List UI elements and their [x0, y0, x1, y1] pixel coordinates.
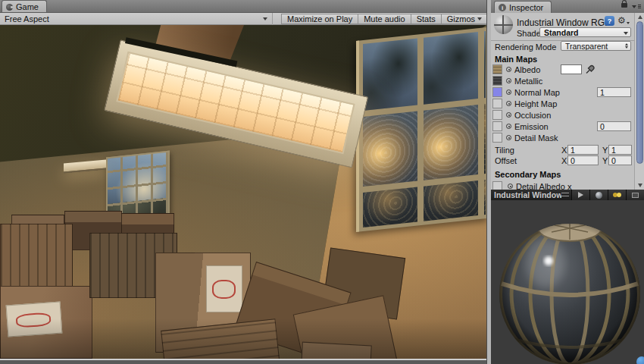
- preview-title: Industrial Window RG: [491, 190, 561, 199]
- metallic-label: Metallic: [514, 77, 542, 86]
- gizmos-button[interactable]: Gizmos: [441, 14, 488, 24]
- tiling-x-field[interactable]: 1: [567, 145, 599, 155]
- offset-y-field[interactable]: 0: [608, 155, 632, 165]
- albedo-label: Albedo: [514, 65, 540, 74]
- material-inspector: Industrial Window RGB Shader Standard Re…: [491, 13, 634, 190]
- texture-picker-icon[interactable]: [506, 78, 511, 83]
- preview-light-toggle[interactable]: [608, 190, 626, 200]
- normal-map-texture-thumb[interactable]: [492, 87, 502, 97]
- scene-crate: [0, 224, 73, 287]
- rendering-mode-label: Rendering Mode: [495, 42, 556, 52]
- height-map-texture-thumb[interactable]: [492, 99, 502, 108]
- detail-albedo-label: Detail Albedo x: [516, 182, 571, 190]
- texture-picker-icon[interactable]: [506, 135, 511, 140]
- inspector-tabstrip: Inspector: [491, 0, 644, 13]
- game-tab-label: Game: [16, 2, 39, 11]
- preview-resize-handle[interactable]: [561, 193, 569, 197]
- inspector-scrollbar[interactable]: [634, 13, 644, 190]
- detail-mask-texture-thumb[interactable]: [492, 133, 502, 143]
- popup-arrows-icon: [625, 43, 628, 49]
- stats-button[interactable]: Stats: [411, 14, 441, 24]
- tiling-row: Tiling X 1 Y 1: [491, 145, 634, 155]
- offset-row: Offset X 0 Y 0: [491, 155, 634, 166]
- normal-map-value-field[interactable]: 1: [597, 87, 631, 97]
- game-toolbar: Free Aspect Maximize on Play Mute audio …: [0, 13, 491, 25]
- texture-picker-icon[interactable]: [508, 184, 513, 189]
- scroll-up-button[interactable]: [635, 13, 644, 21]
- aspect-dropdown[interactable]: Free Aspect: [0, 13, 273, 25]
- material-name: Industrial Window RGB: [517, 17, 611, 28]
- game-view-icon: [6, 4, 13, 11]
- window-icon: [632, 193, 639, 198]
- emission-texture-thumb[interactable]: [492, 121, 502, 131]
- inspector-icon: [499, 4, 506, 11]
- offset-x-label: X: [561, 156, 567, 165]
- game-tabstrip: Game: [0, 0, 486, 13]
- material-preview-bar[interactable]: Industrial Window RG: [491, 190, 644, 200]
- gear-icon[interactable]: [617, 15, 626, 26]
- scene-right-window: [356, 27, 486, 232]
- aspect-dropdown-label: Free Aspect: [5, 14, 49, 24]
- tiling-y-label: Y: [602, 146, 608, 155]
- texture-picker-icon[interactable]: [506, 112, 511, 118]
- inspector-tab-label: Inspector: [509, 3, 543, 12]
- tab-inspector[interactable]: Inspector: [494, 1, 552, 13]
- shader-dropdown[interactable]: Standard: [539, 27, 631, 37]
- material-sphere-icon: [494, 15, 513, 34]
- tab-game[interactable]: Game: [2, 0, 47, 12]
- offset-y-label: Y: [602, 156, 608, 165]
- panel-menu-icon[interactable]: [632, 4, 641, 9]
- play-icon: [578, 192, 583, 198]
- mute-audio-button[interactable]: Mute audio: [358, 14, 410, 24]
- chevron-down-icon: [624, 32, 628, 35]
- emission-label: Emission: [514, 122, 549, 131]
- map-row-detail-albedo: Detail Albedo x: [491, 181, 634, 190]
- secondary-maps-header: Secondary Maps: [495, 170, 561, 179]
- map-row-emission: Emission 0: [491, 121, 634, 132]
- map-row-normal: Normal Map 1: [491, 87, 634, 98]
- light-dots-icon: [613, 192, 622, 198]
- map-row-height: Height Map: [491, 99, 634, 109]
- texture-picker-icon[interactable]: [506, 67, 511, 72]
- height-map-label: Height Map: [514, 99, 557, 108]
- detail-albedo-texture-thumb[interactable]: [492, 181, 502, 190]
- tiling-x-label: X: [561, 146, 567, 155]
- metallic-texture-thumb[interactable]: [492, 76, 502, 86]
- rendering-mode-dropdown[interactable]: Transparent: [561, 41, 631, 51]
- scene-box: [301, 342, 372, 359]
- help-icon[interactable]: [605, 16, 614, 26]
- maximize-on-play-label: Maximize on Play: [287, 14, 352, 24]
- offset-x-field[interactable]: 0: [567, 155, 599, 165]
- albedo-texture-thumb[interactable]: [492, 64, 502, 74]
- game-panel-bottom-edge: [0, 359, 491, 364]
- lock-icon[interactable]: [621, 3, 627, 8]
- collab-badge-icon[interactable]: [636, 356, 644, 364]
- offset-label: Offset: [495, 156, 517, 165]
- material-preview-area[interactable]: [491, 200, 644, 364]
- texture-picker-icon[interactable]: [506, 89, 511, 95]
- occlusion-texture-thumb[interactable]: [492, 110, 502, 120]
- eyedropper-icon[interactable]: [586, 64, 595, 74]
- scene-box: [0, 286, 92, 359]
- albedo-color-swatch[interactable]: [561, 64, 582, 74]
- unity-editor-window: Game Free Aspect Maximize on Play Mute a…: [0, 0, 644, 364]
- stats-label: Stats: [417, 14, 436, 24]
- normal-map-label: Normal Map: [514, 88, 560, 97]
- maximize-on-play-button[interactable]: Maximize on Play: [281, 14, 358, 24]
- preview-shape-button[interactable]: [589, 190, 608, 200]
- tiling-y-field[interactable]: 1: [608, 145, 632, 155]
- rendering-mode-value: Transparent: [565, 42, 608, 51]
- game-viewport[interactable]: [0, 25, 486, 359]
- preview-play-button[interactable]: [571, 190, 589, 200]
- main-maps-header: Main Maps: [495, 55, 537, 64]
- emission-value-field[interactable]: 0: [597, 121, 631, 131]
- scroll-down-button[interactable]: [635, 181, 644, 190]
- map-row-albedo: Albedo: [491, 64, 634, 75]
- map-row-occlusion: Occlusion: [491, 110, 634, 121]
- texture-picker-icon[interactable]: [506, 101, 511, 106]
- preview-detach-button[interactable]: [626, 190, 644, 200]
- texture-picker-icon[interactable]: [506, 124, 511, 129]
- map-row-metallic: Metallic: [491, 76, 634, 86]
- chevron-down-icon: [263, 17, 267, 20]
- scrollbar-thumb[interactable]: [636, 21, 643, 164]
